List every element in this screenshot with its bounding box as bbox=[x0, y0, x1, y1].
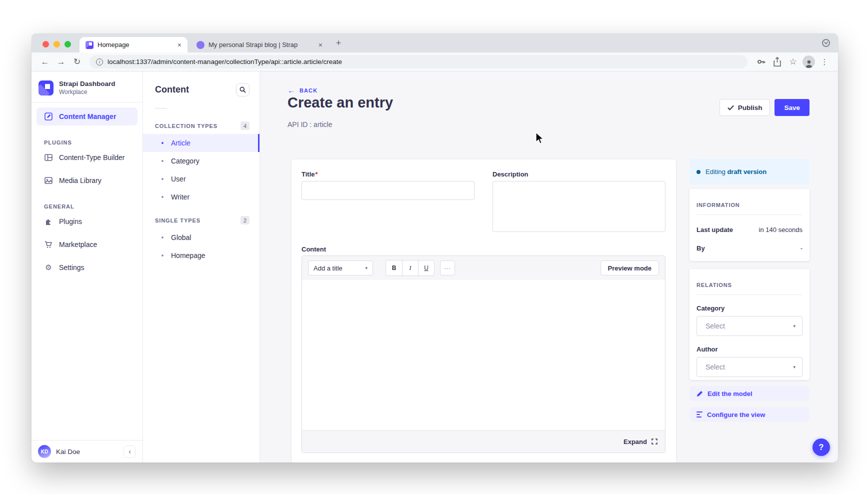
sidebar-item-content-manager[interactable]: Content Manager bbox=[36, 108, 138, 126]
by-row: By - bbox=[696, 244, 802, 252]
configure-the-view-button[interactable]: Configure the view bbox=[690, 407, 810, 422]
save-button[interactable]: Save bbox=[774, 99, 810, 116]
chevron-down-icon: ▾ bbox=[793, 324, 796, 328]
sidebar-item-content-type-builder[interactable]: Content-Type Builder bbox=[36, 148, 138, 166]
forward-nav-icon[interactable]: → bbox=[54, 56, 68, 68]
password-key-icon[interactable] bbox=[754, 56, 768, 68]
heading-select[interactable]: Add a title ▾ bbox=[308, 260, 373, 276]
author-select-placeholder: Select bbox=[706, 363, 725, 371]
main-sidebar: Strapi Dashboard Workplace Content Manag… bbox=[32, 72, 143, 462]
workspace-brand[interactable]: Strapi Dashboard Workplace bbox=[32, 72, 142, 102]
sidebar-item-media-library[interactable]: Media Library bbox=[36, 172, 138, 190]
nav-item-label: User bbox=[171, 175, 186, 183]
site-info-icon[interactable]: i bbox=[96, 58, 103, 66]
user-name: Kai Doe bbox=[56, 448, 118, 456]
close-tab-icon[interactable]: × bbox=[176, 41, 182, 49]
close-tab-icon[interactable]: × bbox=[318, 41, 324, 49]
tab-title: My personal Strapi blog | Strap bbox=[208, 41, 314, 48]
save-label: Save bbox=[784, 104, 800, 112]
sidebar-item-plugins[interactable]: Plugins bbox=[36, 212, 138, 230]
share-icon[interactable] bbox=[770, 56, 784, 68]
group-label-collection-types: COLLECTION TYPES bbox=[155, 123, 218, 129]
collapse-sidebar-button[interactable]: ‹ bbox=[124, 446, 136, 458]
minimize-window-button[interactable] bbox=[54, 41, 60, 48]
category-select[interactable]: Select ▾ bbox=[696, 316, 802, 336]
bullet-icon bbox=[162, 178, 164, 180]
format-button-group: B I U bbox=[386, 260, 434, 276]
editor-toolbar: Add a title ▾ B I U ... Preview mode bbox=[302, 256, 665, 280]
divider bbox=[696, 294, 802, 295]
edit-the-model-button[interactable]: Edit the model bbox=[690, 386, 810, 401]
bookmark-star-icon[interactable]: ☆ bbox=[786, 56, 800, 68]
description-textarea[interactable] bbox=[492, 181, 666, 232]
close-window-button[interactable] bbox=[42, 41, 49, 48]
layout-icon bbox=[44, 154, 52, 162]
preview-mode-button[interactable]: Preview mode bbox=[600, 260, 659, 276]
strapi-app: Strapi Dashboard Workplace Content Manag… bbox=[32, 72, 838, 462]
publish-button[interactable]: Publish bbox=[720, 99, 770, 116]
tab-homepage[interactable]: Homepage × bbox=[80, 37, 188, 52]
nav-item-global[interactable]: Global bbox=[143, 228, 260, 246]
nav-item-article[interactable]: Article bbox=[143, 134, 260, 152]
browser-status-icon[interactable] bbox=[822, 39, 830, 47]
underline-button[interactable]: U bbox=[418, 260, 434, 276]
editor-footer: Expand bbox=[302, 430, 665, 452]
browser-menu-icon[interactable]: ⋮ bbox=[818, 56, 831, 68]
italic-button[interactable]: I bbox=[402, 260, 418, 276]
search-button[interactable] bbox=[236, 83, 250, 96]
user-avatar[interactable]: KD bbox=[38, 445, 51, 458]
back-link[interactable]: ← BACK bbox=[288, 86, 318, 94]
last-update-label: Last update bbox=[696, 226, 733, 234]
tab-strapi-blog[interactable]: My personal Strapi blog | Strap × bbox=[190, 37, 328, 52]
divider bbox=[155, 108, 167, 108]
bullet-icon bbox=[162, 142, 164, 144]
sidebar-item-settings[interactable]: ⚙ Settings bbox=[36, 258, 138, 276]
author-select[interactable]: Select ▾ bbox=[696, 357, 802, 377]
api-id-subtitle: API ID : article bbox=[288, 120, 332, 128]
search-icon bbox=[240, 86, 246, 93]
nav-item-category[interactable]: Category bbox=[143, 152, 260, 170]
more-options-button[interactable]: ... bbox=[440, 260, 455, 276]
bullet-icon bbox=[162, 236, 164, 238]
new-tab-button[interactable]: + bbox=[332, 38, 344, 50]
back-nav-icon[interactable]: ← bbox=[38, 56, 52, 68]
description-field-label: Description bbox=[492, 170, 528, 178]
expand-button[interactable]: Expand bbox=[624, 438, 647, 446]
title-field-label: Title* bbox=[302, 170, 318, 178]
zoom-window-button[interactable] bbox=[64, 41, 71, 48]
section-label-general: GENERAL bbox=[32, 190, 142, 212]
category-label: Category bbox=[696, 304, 802, 312]
status-dot-icon bbox=[696, 170, 700, 174]
strapi-favicon bbox=[86, 41, 94, 49]
content-nav-title: Content bbox=[155, 84, 189, 95]
address-bar[interactable]: i localhost:1337/admin/content-manager/c… bbox=[90, 55, 748, 68]
editor-textarea[interactable] bbox=[302, 280, 665, 430]
reload-icon[interactable]: ↻ bbox=[70, 56, 84, 68]
browser-profile-avatar[interactable] bbox=[802, 56, 815, 68]
nav-item-label: Homepage bbox=[171, 252, 206, 260]
nav-item-homepage[interactable]: Homepage bbox=[143, 246, 260, 264]
check-icon bbox=[728, 105, 734, 110]
edit-model-label: Edit the model bbox=[708, 390, 752, 398]
bold-button[interactable]: B bbox=[386, 260, 402, 276]
chevron-down-icon: ▾ bbox=[793, 364, 796, 370]
workspace-name: Workplace bbox=[59, 88, 116, 96]
information-heading: INFORMATION bbox=[696, 189, 802, 208]
relations-box: RELATIONS Category Select ▾ Author Selec… bbox=[690, 269, 810, 380]
last-update-value: in 140 seconds bbox=[759, 226, 802, 234]
page-title: Create an entry bbox=[288, 94, 393, 111]
markdown-editor: Add a title ▾ B I U ... Preview mode bbox=[302, 256, 666, 453]
publish-label: Publish bbox=[738, 104, 762, 112]
puzzle-icon bbox=[44, 218, 52, 226]
pen-icon bbox=[44, 112, 52, 120]
title-input[interactable] bbox=[302, 181, 474, 200]
nav-item-writer[interactable]: Writer bbox=[143, 188, 260, 206]
entry-form-card: Title* Description Content Add a title ▾… bbox=[292, 160, 676, 462]
sidebar-item-marketplace[interactable]: Marketplace bbox=[36, 236, 138, 254]
cart-icon bbox=[44, 240, 52, 248]
back-arrow-icon: ← bbox=[288, 86, 295, 94]
nav-item-user[interactable]: User bbox=[143, 170, 260, 188]
expand-icon[interactable] bbox=[652, 438, 658, 444]
browser-window: Homepage × My personal Strapi blog | Str… bbox=[32, 34, 838, 462]
help-button[interactable]: ? bbox=[812, 438, 830, 456]
